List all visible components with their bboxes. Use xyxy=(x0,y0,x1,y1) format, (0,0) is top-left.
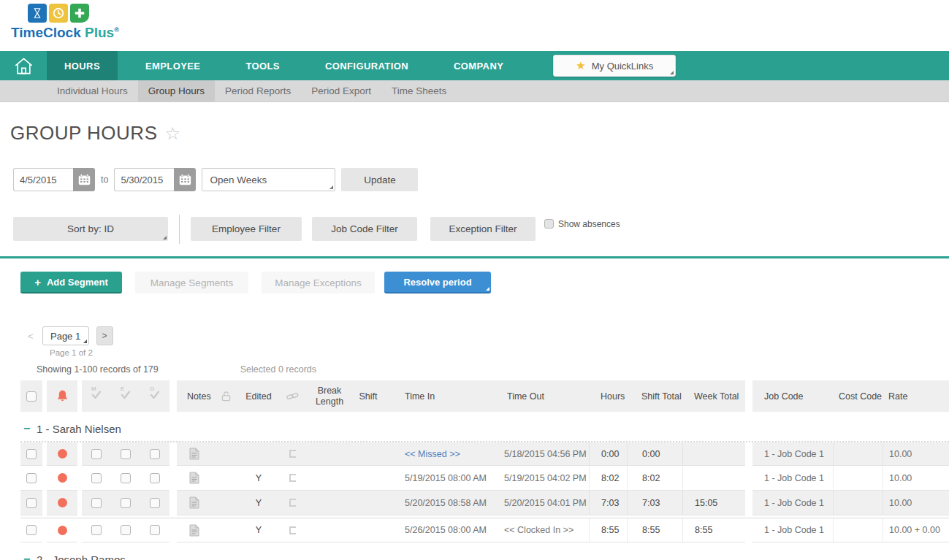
row-select-checkbox[interactable] xyxy=(26,449,37,459)
segment-bracket-icon xyxy=(289,450,296,458)
add-segment-button[interactable]: + Add Segment xyxy=(20,272,122,294)
records-selected: Selected 0 records xyxy=(240,364,316,375)
nav-item-company[interactable]: COMPANY xyxy=(436,51,521,80)
employee-approval-checkbox[interactable] xyxy=(121,525,131,535)
break-length-cell xyxy=(307,491,352,515)
shift-total-cell: 8:55 xyxy=(627,518,682,542)
nav-item-employee[interactable]: EMPLOYEE xyxy=(128,51,218,80)
resolve-period-button[interactable]: Resolve period xyxy=(384,272,491,294)
sort-by-button[interactable]: Sort by: ID xyxy=(13,217,168,241)
home-button[interactable] xyxy=(0,51,47,80)
nav-item-configuration[interactable]: CONFIGURATION xyxy=(308,51,426,80)
update-button[interactable]: Update xyxy=(341,168,418,191)
notes-cell[interactable] xyxy=(177,442,212,466)
exception-dot-cell xyxy=(47,442,77,466)
dropdown-corner-icon xyxy=(670,71,674,74)
page-select[interactable]: Page 1 xyxy=(42,326,89,345)
date-from-input[interactable] xyxy=(13,168,73,191)
manager-approval-cell xyxy=(82,491,111,515)
other-approval-icon[interactable]: O xyxy=(150,391,160,402)
section-divider xyxy=(0,256,949,258)
manager-approval-checkbox[interactable] xyxy=(91,498,102,508)
next-page-button[interactable]: > xyxy=(96,326,113,345)
row-select-checkbox[interactable] xyxy=(26,498,37,508)
date-from-calendar-button[interactable] xyxy=(73,168,95,191)
dropdown-corner-icon xyxy=(163,236,167,239)
other-approval-checkbox[interactable] xyxy=(150,525,160,535)
segment-row: Y5/20/2015 08:58 AM5/20/2015 04:01 PM7:0… xyxy=(20,491,949,515)
collapse-group-icon[interactable]: − xyxy=(20,553,37,560)
exception-bell-cell xyxy=(47,380,77,412)
employee-filter-button[interactable]: Employee Filter xyxy=(191,217,302,241)
hours-cell: 8:55 xyxy=(589,518,627,542)
dropdown-corner-icon xyxy=(83,340,87,343)
employee-approval-checkbox[interactable] xyxy=(121,473,131,483)
header-rate: Rate xyxy=(883,380,949,412)
row-select-checkbox-cell xyxy=(20,518,42,542)
prev-page-button[interactable]: < xyxy=(28,331,34,342)
calendar-icon xyxy=(179,174,191,185)
nav-item-hours[interactable]: HOURS xyxy=(47,51,118,80)
date-to-calendar-button[interactable] xyxy=(174,168,196,191)
page-info: Page 1 of 2 xyxy=(50,348,949,357)
collapse-group-icon[interactable]: − xyxy=(20,422,37,435)
exception-dot-cell xyxy=(47,491,77,515)
manager-approval-checkbox[interactable] xyxy=(91,449,102,459)
manage-segments-button[interactable]: Manage Segments xyxy=(135,272,248,294)
favorite-star-icon[interactable]: ☆ xyxy=(165,123,181,144)
dropdown-corner-icon xyxy=(329,185,333,189)
manager-approval-checkbox[interactable] xyxy=(91,473,102,483)
break-length-cell xyxy=(307,466,352,491)
other-approval-checkbox[interactable] xyxy=(150,473,160,483)
hourglass-tile xyxy=(28,4,47,23)
subnav-period-export[interactable]: Period Export xyxy=(301,80,381,101)
edited-cell: Y xyxy=(240,466,278,491)
job-code-cell: 1 - Job Code 1 xyxy=(752,518,833,542)
manager-approval-icon[interactable]: M xyxy=(91,391,102,402)
shift-total-cell: 8:02 xyxy=(627,466,682,491)
row-select-checkbox[interactable] xyxy=(26,525,37,535)
subnav-period-reports[interactable]: Period Reports xyxy=(215,80,301,101)
notes-cell[interactable] xyxy=(177,466,212,491)
exception-dot-icon xyxy=(58,449,67,459)
manager-approval-checkbox[interactable] xyxy=(91,525,102,535)
link-icon xyxy=(286,391,299,402)
time-out-cell: 5/20/2015 04:01 PM xyxy=(487,491,589,515)
link-cell xyxy=(278,466,307,491)
period-select[interactable]: Open Weeks xyxy=(202,168,335,191)
date-to-input[interactable] xyxy=(114,168,174,191)
top-bar: TimeClock Plus® xyxy=(0,0,949,51)
header-week-total: Week Total xyxy=(682,380,745,412)
employee-approval-checkbox[interactable] xyxy=(121,449,131,459)
other-approval-checkbox[interactable] xyxy=(150,449,160,459)
subnav-group-hours[interactable]: Group Hours xyxy=(138,80,215,101)
my-quicklinks-button[interactable]: ★ My QuickLinks xyxy=(553,55,676,77)
employee-group-header: −2 - Joseph Ramos xyxy=(20,547,949,560)
show-absences-checkbox[interactable] xyxy=(544,219,554,229)
hours-table: M E O Notes Edited Break Length Shift Ti… xyxy=(20,380,949,560)
notes-cell[interactable] xyxy=(177,491,212,515)
segment-bracket-icon xyxy=(289,526,296,534)
subnav-individual-hours[interactable]: Individual Hours xyxy=(47,80,138,101)
select-all-checkbox[interactable] xyxy=(26,391,37,402)
cost-code-cell xyxy=(833,466,883,491)
notes-document-icon xyxy=(189,524,199,537)
nav-item-tools[interactable]: TOOLS xyxy=(228,51,297,80)
shift-cell xyxy=(352,442,384,466)
employee-approval-icon[interactable]: E xyxy=(121,391,131,402)
plus-tile xyxy=(70,4,89,23)
row-select-checkbox[interactable] xyxy=(26,473,37,483)
notes-cell[interactable] xyxy=(177,518,212,542)
employee-approval-checkbox[interactable] xyxy=(121,498,131,508)
time-in-cell[interactable]: << Missed >> xyxy=(384,442,487,466)
shift-cell xyxy=(352,491,384,515)
other-approval-checkbox[interactable] xyxy=(150,498,160,508)
header-hours: Hours xyxy=(589,380,627,412)
lock-cell xyxy=(212,491,240,515)
edited-cell: Y xyxy=(240,491,278,515)
manage-exceptions-button[interactable]: Manage Exceptions xyxy=(262,272,375,294)
exception-dot-icon xyxy=(58,473,67,483)
job-code-filter-button[interactable]: Job Code Filter xyxy=(312,217,417,241)
subnav-time-sheets[interactable]: Time Sheets xyxy=(381,80,457,101)
exception-filter-button[interactable]: Exception Filter xyxy=(430,217,536,241)
